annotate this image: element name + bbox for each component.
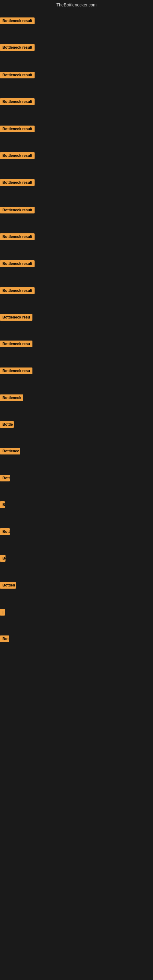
result-row-22: Bottlen [0, 582, 153, 590]
bottleneck-label-23[interactable]: | [0, 609, 5, 616]
result-row-21: Bo [0, 555, 153, 563]
bottleneck-label-6[interactable]: Bottleneck result [0, 152, 35, 159]
bottleneck-label-22[interactable]: Bottlen [0, 582, 16, 589]
result-row-23: | [0, 609, 153, 617]
bottleneck-label-18[interactable]: Bott [0, 475, 10, 481]
bottleneck-label-8[interactable]: Bottleneck result [0, 207, 35, 213]
bottleneck-label-2[interactable]: Bottleneck result [0, 44, 35, 51]
bottleneck-label-11[interactable]: Bottleneck result [0, 287, 35, 294]
bottleneck-label-24[interactable]: Bott [0, 635, 9, 642]
result-row-15: Bottleneck [0, 395, 153, 402]
result-row-14: Bottleneck resu [0, 368, 153, 375]
result-row-18: Bott [0, 475, 153, 483]
result-row-16: Bottle [0, 421, 153, 429]
result-row-9: Bottleneck result [0, 233, 153, 241]
bottleneck-label-10[interactable]: Bottleneck result [0, 260, 35, 267]
result-row-3: Bottleneck result [0, 72, 153, 80]
result-row-10: Bottleneck result [0, 260, 153, 268]
bottleneck-label-1[interactable]: Bottleneck result [0, 18, 35, 24]
result-row-19: B [0, 501, 153, 509]
bottleneck-label-15[interactable]: Bottleneck [0, 395, 23, 401]
result-row-17: Bottlenec [0, 448, 153, 456]
result-row-6: Bottleneck result [0, 152, 153, 160]
result-row-1: Bottleneck result [0, 18, 153, 25]
bottleneck-label-3[interactable]: Bottleneck result [0, 72, 35, 78]
result-row-7: Bottleneck result [0, 179, 153, 187]
bottleneck-label-4[interactable]: Bottleneck result [0, 98, 35, 105]
site-title: TheBottlenecker.com [0, 0, 153, 10]
result-row-11: Bottleneck result [0, 287, 153, 295]
bottleneck-label-13[interactable]: Bottleneck resu [0, 340, 32, 347]
bottleneck-label-21[interactable]: Bo [0, 555, 5, 562]
bottleneck-label-12[interactable]: Bottleneck resu [0, 314, 32, 321]
bottleneck-label-17[interactable]: Bottlenec [0, 448, 20, 455]
bottleneck-label-16[interactable]: Bottle [0, 421, 14, 428]
result-row-2: Bottleneck result [0, 44, 153, 52]
result-row-13: Bottleneck resu [0, 340, 153, 348]
bottleneck-label-5[interactable]: Bottleneck result [0, 126, 35, 132]
result-row-12: Bottleneck resu [0, 314, 153, 322]
result-row-8: Bottleneck result [0, 207, 153, 215]
result-row-24: Bott [0, 635, 153, 643]
result-row-4: Bottleneck result [0, 98, 153, 106]
bottleneck-label-7[interactable]: Bottleneck result [0, 179, 35, 186]
result-row-20: Bott [0, 528, 153, 536]
bottleneck-label-19[interactable]: B [0, 501, 5, 508]
bottleneck-label-9[interactable]: Bottleneck result [0, 233, 35, 240]
bottleneck-label-14[interactable]: Bottleneck resu [0, 368, 32, 374]
bottleneck-label-20[interactable]: Bott [0, 528, 10, 535]
result-row-5: Bottleneck result [0, 126, 153, 134]
